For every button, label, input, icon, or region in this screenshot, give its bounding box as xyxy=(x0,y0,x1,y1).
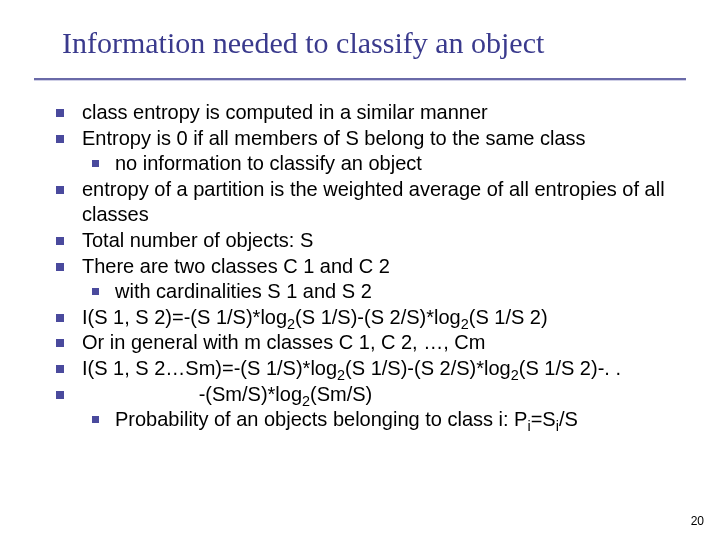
bullet-text: no information to classify an object xyxy=(115,151,690,177)
bullet-item: -(Sm/S)*log2(Sm/S) xyxy=(56,382,690,408)
bullet-item: There are two classes C 1 and C 2 xyxy=(56,254,690,280)
sub-bullet-item: with cardinalities S 1 and S 2 xyxy=(92,279,690,305)
title-underline xyxy=(34,78,686,81)
bullet-item: entropy of a partition is the weighted a… xyxy=(56,177,690,228)
bullet-item: Entropy is 0 if all members of S belong … xyxy=(56,126,690,152)
square-bullet-icon xyxy=(56,365,64,373)
bullet-text: with cardinalities S 1 and S 2 xyxy=(115,279,690,305)
formula-text: Probability of an objects belonging to c… xyxy=(115,407,690,433)
bullet-text: class entropy is computed in a similar m… xyxy=(82,100,690,126)
bullet-item: I(S 1, S 2…Sm)=-(S 1/S)*log2(S 1/S)-(S 2… xyxy=(56,356,690,382)
square-bullet-icon xyxy=(56,237,64,245)
square-bullet-icon xyxy=(92,160,99,167)
slide-body: class entropy is computed in a similar m… xyxy=(56,100,690,433)
square-bullet-icon xyxy=(92,416,99,423)
square-bullet-icon xyxy=(56,314,64,322)
slide-title: Information needed to classify an object xyxy=(62,26,680,60)
bullet-text: entropy of a partition is the weighted a… xyxy=(82,177,690,228)
bullet-item: I(S 1, S 2)=-(S 1/S)*log2(S 1/S)-(S 2/S)… xyxy=(56,305,690,331)
formula-text: I(S 1, S 2)=-(S 1/S)*log2(S 1/S)-(S 2/S)… xyxy=(82,305,690,331)
bullet-text: Total number of objects: S xyxy=(82,228,690,254)
bullet-item: Total number of objects: S xyxy=(56,228,690,254)
sub-bullet-item: no information to classify an object xyxy=(92,151,690,177)
square-bullet-icon xyxy=(56,135,64,143)
square-bullet-icon xyxy=(92,288,99,295)
bullet-text: There are two classes C 1 and C 2 xyxy=(82,254,690,280)
square-bullet-icon xyxy=(56,339,64,347)
page-number: 20 xyxy=(691,514,704,528)
formula-text: I(S 1, S 2…Sm)=-(S 1/S)*log2(S 1/S)-(S 2… xyxy=(82,356,690,382)
square-bullet-icon xyxy=(56,391,64,399)
bullet-item: Or in general with m classes C 1, C 2, …… xyxy=(56,330,690,356)
sub-bullet-item: Probability of an objects belonging to c… xyxy=(92,407,690,433)
bullet-text: Entropy is 0 if all members of S belong … xyxy=(82,126,690,152)
slide: Information needed to classify an object… xyxy=(0,0,720,540)
formula-text: -(Sm/S)*log2(Sm/S) xyxy=(82,382,690,408)
bullet-item: class entropy is computed in a similar m… xyxy=(56,100,690,126)
square-bullet-icon xyxy=(56,263,64,271)
square-bullet-icon xyxy=(56,186,64,194)
bullet-text: Or in general with m classes C 1, C 2, …… xyxy=(82,330,690,356)
square-bullet-icon xyxy=(56,109,64,117)
